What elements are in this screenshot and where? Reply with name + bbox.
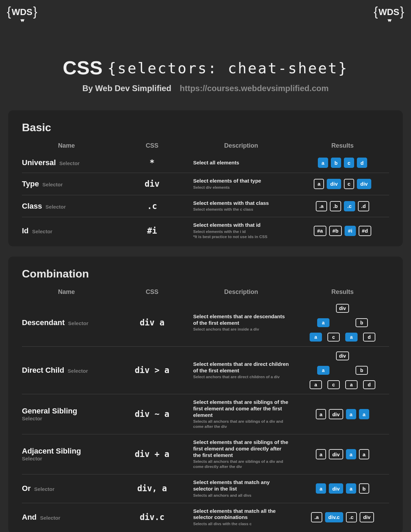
tree-diagram: divabacad — [296, 304, 389, 342]
selector-name: Class Selector — [22, 202, 111, 211]
selector-description: Select elements of that typeSelect div e… — [193, 178, 289, 190]
table-row: And Selectordiv.cSelect elements that ma… — [22, 503, 389, 531]
column-header-results: Results — [296, 142, 389, 149]
svg-line-11 — [364, 375, 375, 380]
selector-name: Id Selector — [22, 226, 111, 235]
result-chip: .a — [316, 201, 327, 211]
selector-description: Select all elements — [193, 160, 289, 166]
section-title: Basic — [22, 121, 389, 134]
section-combination: CombinationNameCSSDescriptionResultsDesc… — [8, 257, 403, 532]
selector-css: div + a — [118, 449, 186, 459]
result-chip: c — [344, 179, 354, 189]
selector-name: And Selector — [22, 513, 111, 522]
selector-description: Select elements that are siblings of the… — [193, 399, 289, 429]
selector-css: div > a — [118, 366, 186, 375]
svg-line-6 — [321, 360, 342, 366]
selector-css: div a — [118, 318, 186, 327]
selector-description: Select elements that match any selector … — [193, 479, 289, 498]
selector-results: #a#b#i#d — [296, 226, 389, 236]
section-basic: BasicNameCSSDescriptionResultsUniversal … — [8, 110, 403, 246]
section-title: Combination — [22, 268, 389, 280]
result-chip: a — [310, 333, 322, 342]
result-chip: div — [336, 351, 349, 360]
result-chip: d — [357, 158, 367, 168]
result-chip: a — [316, 409, 326, 419]
svg-line-7 — [342, 360, 364, 366]
table-row: Universal Selector*Select all elementsab… — [22, 153, 389, 173]
selector-results: .adiv.c.cdiv — [296, 512, 389, 522]
result-chip: .c — [344, 201, 355, 211]
result-chip: .d — [358, 201, 369, 211]
result-chip: a — [346, 409, 356, 419]
result-chip: div.c — [325, 512, 343, 522]
result-chip: .b — [330, 201, 341, 211]
result-chip: div — [336, 304, 349, 313]
result-chip: a — [318, 158, 328, 168]
result-chip: c — [327, 380, 340, 389]
selector-results: adivaa — [296, 449, 389, 459]
selector-description: Select elements that match all the selec… — [193, 508, 289, 527]
result-chip: a — [317, 366, 329, 375]
result-chip: a — [346, 483, 356, 494]
svg-line-4 — [353, 327, 364, 333]
result-chip: div — [329, 409, 343, 419]
svg-line-5 — [364, 327, 375, 333]
byline-url[interactable]: https://courses.webdevsimplified.com — [180, 84, 329, 93]
selector-description: Select elements with that idSelect eleme… — [193, 222, 289, 239]
selector-css: div.c — [118, 512, 186, 522]
table-row: Or Selectordiv, aSelect elements that ma… — [22, 474, 389, 503]
result-chip: c — [344, 158, 354, 168]
column-header-desc: Description — [193, 288, 289, 296]
column-header-css: CSS — [118, 288, 186, 296]
selector-name: Or Selector — [22, 484, 111, 493]
result-chip: c — [327, 333, 340, 342]
result-chip: a — [310, 380, 322, 389]
result-chip: #b — [329, 226, 342, 236]
table-row: General Sibling Selectordiv ~ aSelect el… — [22, 394, 389, 434]
result-chip: b — [359, 483, 369, 494]
svg-line-9 — [321, 375, 332, 380]
result-chip: d — [363, 380, 375, 389]
result-chip: #d — [359, 226, 372, 236]
selector-results: divabacad — [296, 351, 389, 389]
result-chip: a — [359, 409, 369, 419]
selector-name: Adjacent Sibling Selector — [22, 447, 111, 462]
column-header-results: Results — [296, 288, 389, 296]
result-chip: a — [314, 179, 324, 189]
table-row: Direct Child Selectordiv > aSelect eleme… — [22, 347, 389, 394]
table-row: Descendant Selectordiv aSelect elements … — [22, 299, 389, 347]
column-header-desc: Description — [193, 142, 289, 149]
result-chip: a — [317, 318, 329, 327]
selector-description: Select elements that are descendants of … — [193, 313, 289, 332]
selector-results: .a.b.c.d — [296, 201, 389, 211]
result-chip: .a — [311, 512, 322, 522]
svg-line-8 — [310, 375, 321, 380]
selector-results: abcd — [296, 158, 389, 168]
page-header: CSS {selectors: cheat-sheet} By Web Dev … — [0, 0, 411, 110]
byline-author: By Web Dev Simplified — [82, 84, 171, 93]
selector-css: #i — [118, 226, 186, 236]
selector-css: div ~ a — [118, 409, 186, 419]
result-chip: #a — [314, 226, 326, 236]
result-chip: d — [363, 333, 375, 342]
result-chip: a — [345, 333, 358, 342]
svg-line-1 — [342, 313, 364, 318]
selector-css: .c — [118, 201, 186, 211]
svg-line-2 — [310, 327, 321, 333]
selector-css: div, a — [118, 484, 186, 493]
selector-results: adivcdiv — [296, 179, 389, 189]
svg-line-0 — [321, 313, 342, 318]
result-chip: #i — [345, 226, 356, 236]
selector-css: * — [118, 158, 186, 168]
selector-name: Descendant Selector — [22, 318, 111, 327]
table-row: Id Selector#iSelect elements with that i… — [22, 217, 389, 244]
tree-diagram: divabacad — [296, 351, 389, 389]
selector-css: div — [118, 179, 186, 189]
result-chip: a — [346, 449, 356, 459]
brand-logo-left: {WDS} ▾▾ — [7, 7, 37, 17]
table-row: Adjacent Sibling Selectordiv + aSelect e… — [22, 434, 389, 474]
column-header-name: Name — [22, 142, 111, 149]
selector-description: Select elements that are direct children… — [193, 361, 289, 380]
result-chip: div — [360, 512, 374, 522]
table-row: Class Selector.cSelect elements with tha… — [22, 195, 389, 218]
